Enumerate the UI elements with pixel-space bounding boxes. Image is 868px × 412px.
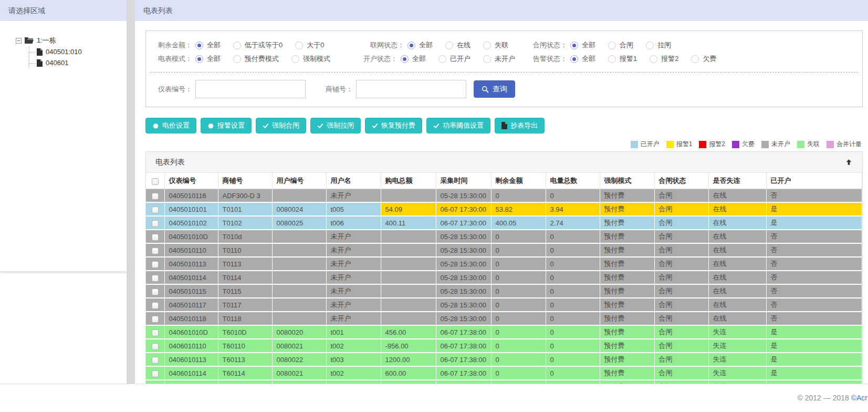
table-row[interactable]: 0405010116ADF300-D 3未开户05-28 15:30:0000预… xyxy=(146,189,862,203)
radio-option[interactable]: 全部 xyxy=(570,40,595,50)
radio-option[interactable]: 报警2 xyxy=(650,54,678,64)
radio-icon[interactable] xyxy=(570,55,578,63)
radio-option[interactable]: 全部 xyxy=(401,54,426,64)
table-row[interactable]: 0406010115T601150080023t0042444.0006-07 … xyxy=(146,380,862,384)
radio-icon[interactable] xyxy=(570,42,578,49)
radio-option-label[interactable]: 全部 xyxy=(582,54,595,64)
radio-option-label[interactable]: 全部 xyxy=(582,40,595,50)
radio-option[interactable]: 失联 xyxy=(483,40,508,50)
table-row[interactable]: 0405010117T0117未开户05-28 15:30:0000预付费合闸在… xyxy=(146,298,862,312)
radio-option[interactable]: 未开户 xyxy=(483,54,515,64)
radio-option-label[interactable]: 全部 xyxy=(207,54,221,64)
table-row[interactable]: 0406010113T601130080022t0031200.0006-07 … xyxy=(146,353,862,366)
row-checkbox[interactable] xyxy=(152,220,159,227)
radio-option[interactable]: 预付费模式 xyxy=(233,54,279,64)
table-row[interactable]: 0405010118T0118未开户05-28 15:30:0000预付费合闸在… xyxy=(146,312,862,325)
tree-node-root[interactable]: 1:一栋 xyxy=(16,36,127,45)
radio-option[interactable]: 全部 xyxy=(407,40,433,50)
radio-icon[interactable] xyxy=(233,55,241,63)
copyright-link[interactable]: ©Acr xyxy=(851,394,867,402)
row-checkbox[interactable] xyxy=(152,261,159,268)
radio-option-label[interactable]: 全部 xyxy=(207,40,221,50)
table-row[interactable]: 0406010114T601140080021t002600.0006-07 1… xyxy=(146,366,862,380)
tree-collapse-icon[interactable] xyxy=(16,38,22,44)
radio-option-label[interactable]: 失联 xyxy=(495,40,508,50)
radio-option[interactable]: 强制模式 xyxy=(291,54,330,64)
toolbar-button[interactable]: 报警设置 xyxy=(201,118,252,133)
table-row[interactable]: 0405010101T01010080024t00554.0906-07 17:… xyxy=(146,202,862,216)
radio-option[interactable]: 拉闸 xyxy=(646,40,671,50)
toolbar-button[interactable]: 恢复预付费 xyxy=(365,118,422,133)
radio-option-label[interactable]: 欠费 xyxy=(703,54,716,64)
radio-option-label[interactable]: 全部 xyxy=(419,40,433,50)
radio-option-label[interactable]: 全部 xyxy=(412,54,426,64)
toolbar-button[interactable]: 强制合闸 xyxy=(256,118,306,133)
radio-icon[interactable] xyxy=(195,42,203,49)
panel-splitter[interactable] xyxy=(127,0,135,384)
table-row[interactable]: 0405010113T0113未开户05-28 15:30:0000预付费合闸在… xyxy=(146,257,862,271)
radio-option[interactable]: 报警1 xyxy=(608,54,637,64)
row-checkbox[interactable] xyxy=(152,343,159,350)
radio-icon[interactable] xyxy=(650,55,657,63)
table-row[interactable]: 0405010102T01020080025t006400.1106-07 17… xyxy=(146,216,862,230)
radio-option-label[interactable]: 拉闸 xyxy=(657,40,671,50)
radio-option-label[interactable]: 预付费模式 xyxy=(245,54,279,64)
radio-icon[interactable] xyxy=(483,42,491,49)
radio-option-label[interactable]: 强制模式 xyxy=(303,54,330,64)
toolbar-button[interactable]: 强制拉闸 xyxy=(310,118,361,133)
tree-root-label[interactable]: 1:一栋 xyxy=(37,36,56,45)
radio-icon[interactable] xyxy=(483,55,491,63)
table-row[interactable]: 040601010DT6010D0080020t001456.0006-07 1… xyxy=(146,325,862,339)
radio-option-label[interactable]: 大于0 xyxy=(307,40,324,50)
radio-icon[interactable] xyxy=(608,55,616,63)
radio-option-label[interactable]: 报警2 xyxy=(661,54,678,64)
row-checkbox[interactable] xyxy=(152,329,159,336)
radio-option[interactable]: 低于或等于0 xyxy=(233,40,283,50)
row-checkbox[interactable] xyxy=(152,248,159,254)
radio-icon[interactable] xyxy=(401,55,409,63)
radio-option[interactable]: 在线 xyxy=(445,40,470,50)
radio-option-label[interactable]: 低于或等于0 xyxy=(245,40,283,50)
radio-icon[interactable] xyxy=(233,42,241,49)
row-checkbox[interactable] xyxy=(152,357,159,364)
radio-option[interactable]: 全部 xyxy=(195,40,221,50)
arrow-up-icon[interactable] xyxy=(845,158,853,166)
radio-option[interactable]: 欠费 xyxy=(691,54,716,64)
radio-option[interactable]: 合闸 xyxy=(608,40,633,50)
table-row[interactable]: 0406010110T601100080021t002-956.0006-07 … xyxy=(146,339,862,353)
radio-icon[interactable] xyxy=(438,55,446,63)
select-all-checkbox[interactable] xyxy=(152,178,159,185)
row-checkbox[interactable] xyxy=(152,316,159,323)
radio-icon[interactable] xyxy=(291,55,299,63)
radio-icon[interactable] xyxy=(646,42,654,49)
toolbar-button[interactable]: 功率阈值设置 xyxy=(426,118,490,133)
radio-icon[interactable] xyxy=(691,55,699,63)
radio-icon[interactable] xyxy=(445,42,453,49)
row-checkbox[interactable] xyxy=(152,207,159,213)
radio-option-label[interactable]: 未开户 xyxy=(495,54,515,64)
row-checkbox[interactable] xyxy=(152,275,159,282)
tree-node-leaf[interactable]: 040501:010 xyxy=(29,46,127,57)
row-checkbox[interactable] xyxy=(152,289,159,295)
radio-option-label[interactable]: 报警1 xyxy=(620,54,637,64)
row-checkbox[interactable] xyxy=(152,234,159,241)
tree-leaf-label[interactable]: 040601 xyxy=(46,59,68,67)
radio-icon[interactable] xyxy=(407,42,415,49)
radio-option[interactable]: 已开户 xyxy=(438,54,470,64)
table-row[interactable]: 040501010DT010d未开户05-28 15:30:0000预付费合闸在… xyxy=(146,230,862,243)
radio-option[interactable]: 全部 xyxy=(195,54,221,64)
meter-no-input[interactable] xyxy=(195,80,306,98)
shop-no-input[interactable] xyxy=(356,80,466,98)
table-row[interactable]: 0405010114T0114未开户05-28 15:30:0000预付费合闸在… xyxy=(146,271,862,284)
tree-leaf-label[interactable]: 040501:010 xyxy=(46,48,82,56)
radio-icon[interactable] xyxy=(295,42,303,49)
row-checkbox[interactable] xyxy=(152,193,159,200)
row-checkbox[interactable] xyxy=(152,302,159,309)
table-row[interactable]: 0405010115T0115未开户05-28 15:30:0000预付费合闸在… xyxy=(146,284,862,298)
radio-option[interactable]: 大于0 xyxy=(295,40,324,50)
tree-node-leaf[interactable]: 040601 xyxy=(29,57,127,68)
toolbar-button[interactable]: 抄表导出 xyxy=(495,118,545,133)
table-row[interactable]: 0405010110T0110未开户05-28 15:30:0000预付费合闸在… xyxy=(146,243,862,257)
radio-icon[interactable] xyxy=(195,55,203,63)
query-button[interactable]: 查询 xyxy=(474,80,515,98)
